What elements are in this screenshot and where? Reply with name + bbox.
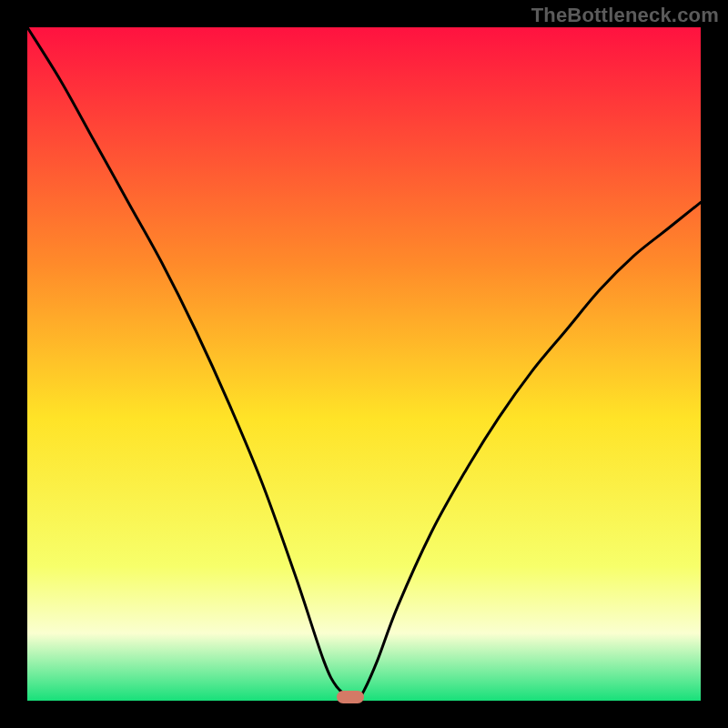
chart-stage: TheBottleneck.com [0, 0, 728, 728]
curve-layer [27, 27, 701, 701]
watermark-text: TheBottleneck.com [531, 4, 719, 27]
optimum-marker [337, 691, 364, 703]
bottleneck-curve [27, 27, 701, 700]
plot-area [27, 27, 701, 701]
